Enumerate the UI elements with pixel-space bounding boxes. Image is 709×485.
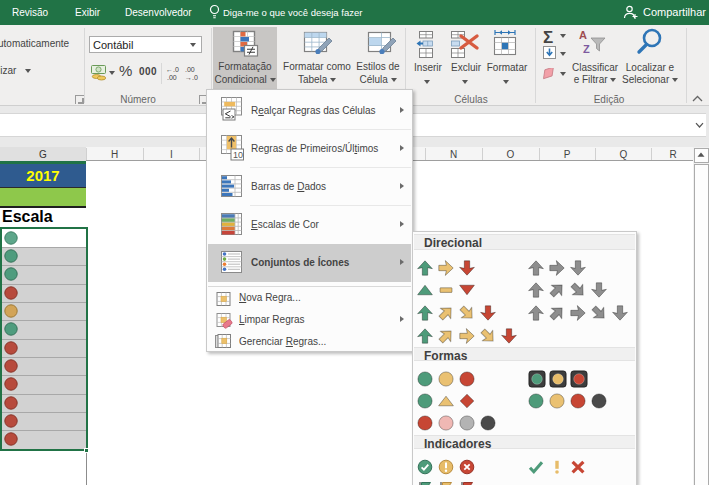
svg-text:.00: .00: [167, 74, 177, 81]
svg-text:A: A: [579, 29, 587, 41]
svg-text:.00: .00: [185, 66, 195, 73]
svg-text:←.0: ←.0: [166, 66, 179, 73]
svg-text:10: 10: [233, 150, 243, 160]
svg-text:→.0: →.0: [185, 74, 198, 81]
svg-text:Z: Z: [583, 43, 590, 55]
